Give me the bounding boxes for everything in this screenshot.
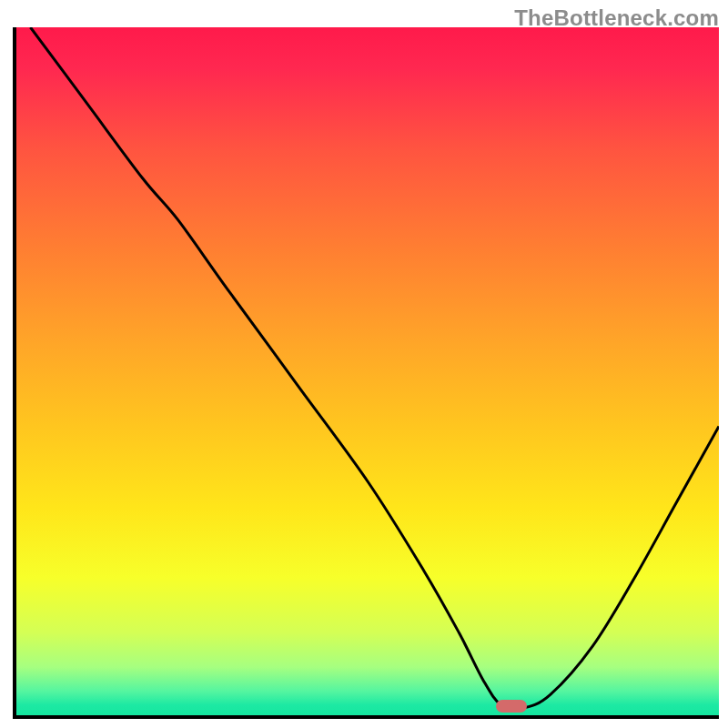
chart-container: TheBottleneck.com xyxy=(0,0,728,728)
optimal-marker xyxy=(496,700,527,713)
bottleneck-curve xyxy=(16,27,719,715)
plot-area xyxy=(13,27,719,719)
curve-path xyxy=(30,27,719,709)
